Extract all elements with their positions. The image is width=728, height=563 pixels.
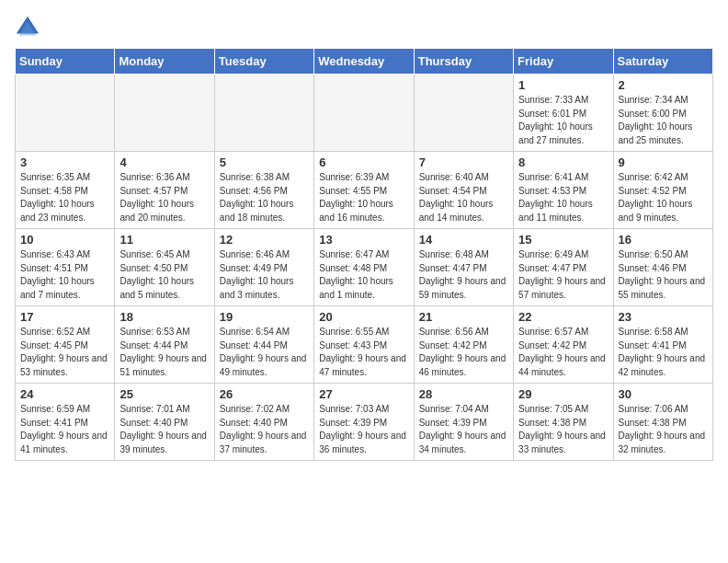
calendar-cell: 8Sunrise: 6:41 AM Sunset: 4:53 PM Daylig… (514, 152, 613, 229)
day-number: 4 (119, 155, 209, 169)
day-info: Sunrise: 7:02 AM Sunset: 4:40 PM Dayligh… (220, 403, 309, 456)
day-number: 21 (419, 310, 508, 324)
day-info: Sunrise: 7:05 AM Sunset: 4:38 PM Dayligh… (518, 403, 608, 456)
day-number: 20 (319, 310, 408, 324)
day-number: 3 (20, 155, 109, 169)
calendar-cell: 17Sunrise: 6:52 AM Sunset: 4:45 PM Dayli… (16, 306, 115, 384)
calendar-cell: 27Sunrise: 7:03 AM Sunset: 4:39 PM Dayli… (314, 384, 414, 461)
calendar-cell: 7Sunrise: 6:40 AM Sunset: 4:54 PM Daylig… (414, 152, 513, 229)
day-number: 6 (319, 155, 408, 169)
day-number: 8 (518, 155, 608, 169)
calendar-cell: 25Sunrise: 7:01 AM Sunset: 4:40 PM Dayli… (115, 384, 214, 461)
day-info: Sunrise: 6:41 AM Sunset: 4:53 PM Dayligh… (518, 171, 608, 224)
calendar-week-row: 24Sunrise: 6:59 AM Sunset: 4:41 PM Dayli… (16, 384, 713, 461)
calendar-cell: 6Sunrise: 6:39 AM Sunset: 4:55 PM Daylig… (314, 152, 414, 229)
day-number: 12 (220, 233, 309, 247)
day-number: 1 (518, 78, 608, 92)
day-number: 13 (319, 233, 408, 247)
day-info: Sunrise: 6:43 AM Sunset: 4:51 PM Dayligh… (20, 248, 109, 302)
calendar-cell: 4Sunrise: 6:36 AM Sunset: 4:57 PM Daylig… (115, 152, 214, 229)
calendar-cell (16, 75, 115, 152)
calendar-cell: 30Sunrise: 7:06 AM Sunset: 4:38 PM Dayli… (613, 384, 712, 461)
day-number: 10 (20, 233, 109, 247)
calendar-cell (414, 75, 513, 152)
day-number: 2 (619, 78, 708, 92)
calendar-cell: 9Sunrise: 6:42 AM Sunset: 4:52 PM Daylig… (613, 152, 712, 229)
day-info: Sunrise: 6:40 AM Sunset: 4:54 PM Dayligh… (419, 171, 508, 224)
day-info: Sunrise: 6:48 AM Sunset: 4:47 PM Dayligh… (419, 248, 508, 302)
day-of-week-header: Wednesday (314, 49, 414, 75)
calendar-cell: 28Sunrise: 7:04 AM Sunset: 4:39 PM Dayli… (414, 384, 513, 461)
calendar-header-row: SundayMondayTuesdayWednesdayThursdayFrid… (16, 49, 713, 75)
day-of-week-header: Saturday (613, 49, 712, 75)
calendar-cell: 10Sunrise: 6:43 AM Sunset: 4:51 PM Dayli… (16, 229, 115, 306)
day-info: Sunrise: 6:35 AM Sunset: 4:58 PM Dayligh… (20, 171, 109, 224)
day-info: Sunrise: 6:52 AM Sunset: 4:45 PM Dayligh… (20, 326, 109, 379)
calendar-week-row: 17Sunrise: 6:52 AM Sunset: 4:45 PM Dayli… (16, 306, 713, 384)
calendar-week-row: 10Sunrise: 6:43 AM Sunset: 4:51 PM Dayli… (16, 229, 713, 306)
day-info: Sunrise: 6:49 AM Sunset: 4:47 PM Dayligh… (518, 248, 608, 302)
calendar-cell: 20Sunrise: 6:55 AM Sunset: 4:43 PM Dayli… (314, 306, 414, 384)
calendar-week-row: 1Sunrise: 7:33 AM Sunset: 6:01 PM Daylig… (16, 75, 713, 152)
day-info: Sunrise: 6:58 AM Sunset: 4:41 PM Dayligh… (619, 326, 708, 379)
calendar-cell: 21Sunrise: 6:56 AM Sunset: 4:42 PM Dayli… (414, 306, 513, 384)
calendar-cell: 3Sunrise: 6:35 AM Sunset: 4:58 PM Daylig… (16, 152, 115, 229)
calendar-cell: 13Sunrise: 6:47 AM Sunset: 4:48 PM Dayli… (314, 229, 414, 306)
calendar-cell (314, 75, 414, 152)
calendar-cell: 11Sunrise: 6:45 AM Sunset: 4:50 PM Dayli… (115, 229, 214, 306)
day-info: Sunrise: 6:42 AM Sunset: 4:52 PM Dayligh… (619, 171, 708, 224)
day-number: 30 (619, 387, 708, 401)
day-info: Sunrise: 7:33 AM Sunset: 6:01 PM Dayligh… (518, 94, 608, 147)
day-number: 15 (518, 233, 608, 247)
day-number: 19 (220, 310, 309, 324)
day-info: Sunrise: 6:57 AM Sunset: 4:42 PM Dayligh… (518, 326, 608, 379)
day-of-week-header: Monday (115, 49, 214, 75)
day-info: Sunrise: 7:03 AM Sunset: 4:39 PM Dayligh… (319, 403, 408, 456)
calendar-cell: 5Sunrise: 6:38 AM Sunset: 4:56 PM Daylig… (214, 152, 313, 229)
day-info: Sunrise: 6:53 AM Sunset: 4:44 PM Dayligh… (119, 326, 209, 379)
calendar-cell: 26Sunrise: 7:02 AM Sunset: 4:40 PM Dayli… (214, 384, 313, 461)
day-number: 17 (20, 310, 109, 324)
calendar-cell: 1Sunrise: 7:33 AM Sunset: 6:01 PM Daylig… (514, 75, 613, 152)
logo (15, 15, 44, 40)
day-info: Sunrise: 6:54 AM Sunset: 4:44 PM Dayligh… (220, 326, 309, 379)
day-info: Sunrise: 7:01 AM Sunset: 4:40 PM Dayligh… (119, 403, 209, 456)
day-info: Sunrise: 7:06 AM Sunset: 4:38 PM Dayligh… (619, 403, 708, 456)
day-number: 29 (518, 387, 608, 401)
calendar-cell: 14Sunrise: 6:48 AM Sunset: 4:47 PM Dayli… (414, 229, 513, 306)
day-info: Sunrise: 6:36 AM Sunset: 4:57 PM Dayligh… (119, 171, 209, 224)
day-number: 11 (119, 233, 209, 247)
calendar-cell: 29Sunrise: 7:05 AM Sunset: 4:38 PM Dayli… (514, 384, 613, 461)
calendar-cell (115, 75, 214, 152)
page-header (15, 15, 713, 40)
day-info: Sunrise: 6:46 AM Sunset: 4:49 PM Dayligh… (220, 248, 309, 302)
day-of-week-header: Thursday (414, 49, 513, 75)
day-number: 25 (119, 387, 209, 401)
day-of-week-header: Tuesday (214, 49, 313, 75)
day-number: 28 (419, 387, 508, 401)
day-number: 26 (220, 387, 309, 401)
day-of-week-header: Sunday (16, 49, 115, 75)
day-number: 24 (20, 387, 109, 401)
day-number: 16 (619, 233, 708, 247)
day-number: 23 (619, 310, 708, 324)
day-info: Sunrise: 6:50 AM Sunset: 4:46 PM Dayligh… (619, 248, 708, 302)
day-info: Sunrise: 6:56 AM Sunset: 4:42 PM Dayligh… (419, 326, 508, 379)
day-info: Sunrise: 6:47 AM Sunset: 4:48 PM Dayligh… (319, 248, 408, 302)
day-number: 5 (220, 155, 309, 169)
day-number: 9 (619, 155, 708, 169)
calendar-cell: 19Sunrise: 6:54 AM Sunset: 4:44 PM Dayli… (214, 306, 313, 384)
calendar-cell: 16Sunrise: 6:50 AM Sunset: 4:46 PM Dayli… (613, 229, 712, 306)
day-info: Sunrise: 6:45 AM Sunset: 4:50 PM Dayligh… (119, 248, 209, 302)
calendar-cell: 15Sunrise: 6:49 AM Sunset: 4:47 PM Dayli… (514, 229, 613, 306)
calendar-week-row: 3Sunrise: 6:35 AM Sunset: 4:58 PM Daylig… (16, 152, 713, 229)
calendar-cell: 18Sunrise: 6:53 AM Sunset: 4:44 PM Dayli… (115, 306, 214, 384)
day-info: Sunrise: 6:39 AM Sunset: 4:55 PM Dayligh… (319, 171, 408, 224)
calendar-cell: 24Sunrise: 6:59 AM Sunset: 4:41 PM Dayli… (16, 384, 115, 461)
day-number: 18 (119, 310, 209, 324)
day-info: Sunrise: 7:04 AM Sunset: 4:39 PM Dayligh… (419, 403, 508, 456)
day-of-week-header: Friday (514, 49, 613, 75)
day-info: Sunrise: 6:59 AM Sunset: 4:41 PM Dayligh… (20, 403, 109, 456)
calendar-cell: 22Sunrise: 6:57 AM Sunset: 4:42 PM Dayli… (514, 306, 613, 384)
calendar-cell: 2Sunrise: 7:34 AM Sunset: 6:00 PM Daylig… (613, 75, 712, 152)
